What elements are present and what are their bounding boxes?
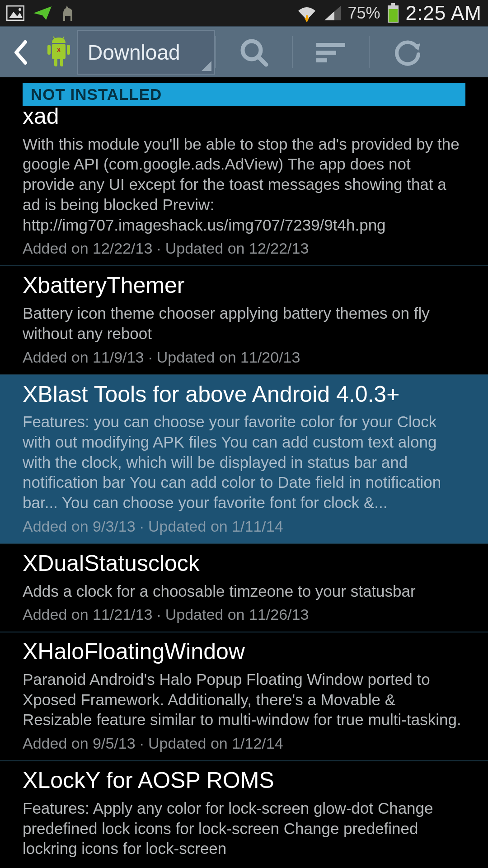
svg-text:X: X — [57, 47, 61, 53]
svg-rect-12 — [47, 45, 51, 55]
item-description: Battery icon theme chooser applying batt… — [23, 303, 465, 344]
svg-rect-21 — [316, 43, 345, 47]
item-title: XLockY for AOSP ROMS — [23, 768, 465, 794]
svg-rect-5 — [306, 15, 308, 19]
status-right: 75% 2:25 AM — [296, 2, 482, 24]
item-meta: Added on 11/9/13 · Updated on 11/20/13 — [23, 349, 465, 366]
item-description: With this module you'll be able to stop … — [23, 134, 465, 236]
item-title: XbatteryThemer — [23, 273, 465, 299]
action-bar: X Download — [0, 26, 488, 77]
picture-icon — [6, 5, 24, 21]
svg-marker-3 — [33, 6, 52, 20]
svg-rect-8 — [391, 3, 395, 5]
refresh-icon — [393, 38, 422, 67]
sort-icon — [314, 41, 347, 64]
signal-icon — [324, 5, 342, 21]
item-title: XDualStatusclock — [23, 551, 465, 577]
svg-marker-7 — [324, 11, 334, 20]
item-description: Paranoid Android's Halo Popup Floating W… — [23, 670, 465, 730]
wifi-icon — [296, 5, 317, 22]
list-item[interactable]: XLockY for AOSP ROMS Features: Apply any… — [0, 761, 488, 868]
refresh-button[interactable] — [370, 27, 446, 77]
list-item-selected[interactable]: XBlast Tools for above Android 4.0.3+ Fe… — [0, 375, 488, 544]
item-description: Features: you can choose your favorite c… — [23, 412, 465, 513]
svg-rect-14 — [54, 58, 57, 66]
item-title: xad — [23, 104, 465, 130]
svg-rect-10 — [389, 9, 398, 22]
item-description: Features: Apply any color for lock-scree… — [23, 798, 465, 859]
battery-icon — [387, 3, 399, 23]
sort-button[interactable] — [293, 27, 369, 77]
list-item[interactable]: XDualStatusclock Adds a clock for a choo… — [0, 544, 488, 632]
search-icon — [238, 37, 270, 68]
section-header-not-installed: NOT INSTALLED — [23, 83, 465, 106]
status-clock: 2:25 AM — [406, 2, 482, 24]
status-left — [6, 5, 76, 22]
list-item[interactable]: XHaloFloatingWindow Paranoid Android's H… — [0, 632, 488, 761]
svg-point-2 — [19, 8, 21, 11]
svg-marker-1 — [9, 12, 23, 18]
back-button[interactable] — [0, 27, 41, 77]
item-meta: Added on 9/3/13 · Updated on 1/11/14 — [23, 518, 465, 535]
action-buttons — [215, 27, 488, 77]
item-meta: Added on 11/21/13 · Updated on 11/26/13 — [23, 606, 465, 623]
item-meta: Added on 12/22/13 · Updated on 12/22/13 — [23, 240, 465, 257]
list-item[interactable]: xad With this module you'll be able to s… — [0, 106, 488, 266]
paper-plane-icon — [33, 5, 52, 21]
svg-rect-23 — [316, 58, 327, 62]
item-meta: Added on 9/5/13 · Updated on 1/12/14 — [23, 735, 465, 752]
list-item[interactable]: XbatteryThemer Battery icon theme choose… — [0, 266, 488, 375]
battery-percentage: 75% — [348, 4, 380, 23]
item-title: XHaloFloatingWindow — [23, 639, 465, 665]
nav-spinner-label: Download — [88, 40, 180, 65]
item-title: XBlast Tools for above Android 4.0.3+ — [23, 382, 465, 408]
item-description: Adds a clock for a choosable timzeone to… — [23, 581, 465, 602]
app-icon: X — [41, 27, 77, 77]
svg-line-20 — [258, 57, 266, 65]
nav-spinner[interactable]: Download — [77, 30, 215, 75]
svg-rect-22 — [316, 51, 336, 55]
status-bar: 75% 2:25 AM — [0, 0, 488, 26]
svg-rect-13 — [67, 45, 70, 55]
search-button[interactable] — [216, 27, 292, 77]
llama-icon — [61, 5, 76, 22]
svg-rect-15 — [60, 58, 63, 66]
svg-rect-0 — [7, 6, 24, 20]
module-list[interactable]: xad With this module you'll be able to s… — [0, 106, 488, 868]
